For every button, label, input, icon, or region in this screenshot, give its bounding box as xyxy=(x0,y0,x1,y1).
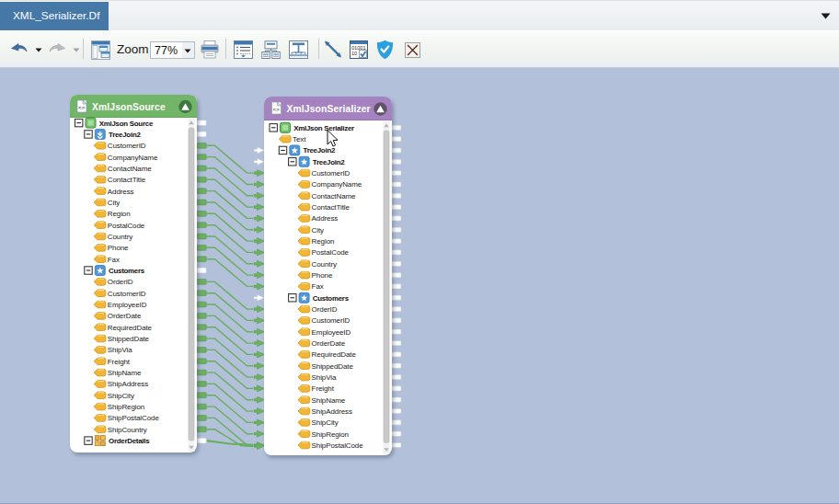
svg-text:Address: Address xyxy=(312,214,339,223)
svg-text:Fax: Fax xyxy=(312,282,324,291)
svg-text:ShipAddress: ShipAddress xyxy=(312,407,352,416)
svg-text:CustomerID: CustomerID xyxy=(312,169,351,178)
svg-text:ContactTitle: ContactTitle xyxy=(312,203,351,212)
svg-text:ContactName: ContactName xyxy=(312,192,356,200)
svg-text:<>: <> xyxy=(273,106,281,112)
svg-text:Country: Country xyxy=(312,260,337,269)
svg-text:XmlJson Serializer: XmlJson Serializer xyxy=(293,124,354,132)
svg-text:Text: Text xyxy=(293,135,306,143)
svg-text:CustomerID: CustomerID xyxy=(312,316,351,325)
svg-text:ShipCity: ShipCity xyxy=(312,418,339,427)
svg-text:Phone: Phone xyxy=(312,271,333,280)
svg-text:City: City xyxy=(312,226,324,235)
svg-text:EmployeeID: EmployeeID xyxy=(312,328,351,337)
svg-text:RequiredDate: RequiredDate xyxy=(312,350,357,359)
svg-text:TreeJoin2: TreeJoin2 xyxy=(313,158,345,166)
svg-text:OrderID: OrderID xyxy=(312,305,338,314)
svg-text:OrderDate: OrderDate xyxy=(312,339,346,348)
svg-text:Customers: Customers xyxy=(313,294,350,303)
svg-text:ShipName: ShipName xyxy=(312,396,346,405)
svg-text:PostalCode: PostalCode xyxy=(312,248,350,257)
svg-text:ShipPostalCode: ShipPostalCode xyxy=(312,441,364,450)
svg-text:Freight: Freight xyxy=(312,384,335,393)
svg-text:ShipRegion: ShipRegion xyxy=(312,430,349,439)
svg-text:ShippedDate: ShippedDate xyxy=(312,362,354,371)
svg-text:ShipVia: ShipVia xyxy=(312,373,337,382)
svg-text:CompanyName: CompanyName xyxy=(312,180,362,189)
svg-text:XmlJsonSerializer: XmlJsonSerializer xyxy=(287,104,371,114)
svg-text:Region: Region xyxy=(312,237,335,246)
